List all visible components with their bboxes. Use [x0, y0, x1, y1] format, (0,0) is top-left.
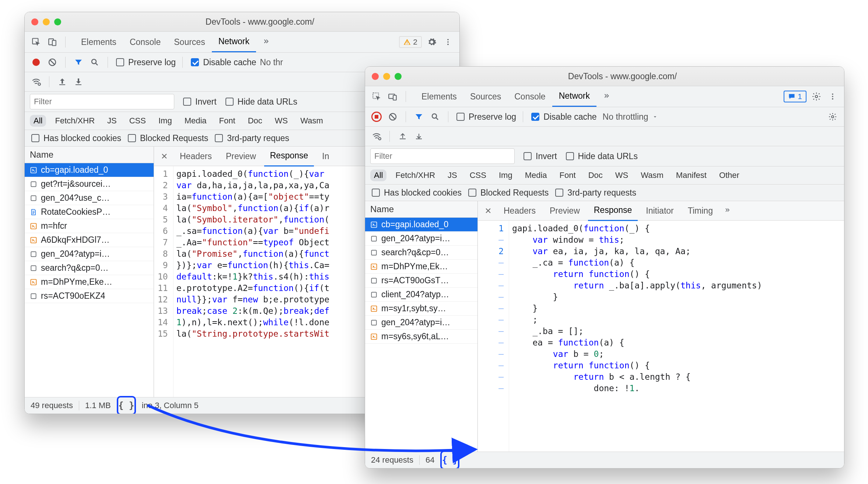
type-filter[interactable]: Manifest: [672, 169, 710, 181]
request-row[interactable]: search?q&cp=0…: [25, 261, 154, 275]
blocked-requests-checkbox[interactable]: Blocked Requests: [467, 187, 549, 198]
type-filter[interactable]: Media: [521, 169, 551, 181]
request-row[interactable]: A6DkqFxHDGl7…: [25, 233, 154, 247]
preserve-log-checkbox[interactable]: Preserve log: [455, 112, 516, 122]
messages-badge[interactable]: 1: [784, 91, 806, 102]
tab-console[interactable]: Console: [123, 32, 167, 52]
minimize-window-button[interactable]: [43, 18, 50, 25]
gear-icon[interactable]: [826, 111, 839, 123]
pretty-print-button[interactable]: { }: [117, 396, 136, 414]
type-filter[interactable]: Doc: [244, 115, 266, 127]
chevron-down-icon[interactable]: [652, 114, 658, 120]
tab-elements[interactable]: Elements: [415, 86, 463, 107]
disable-cache-checkbox[interactable]: Disable cache: [189, 57, 256, 67]
type-filter[interactable]: JS: [104, 115, 120, 127]
record-button[interactable]: [30, 56, 42, 69]
type-filter[interactable]: CSS: [126, 115, 150, 127]
request-row[interactable]: m=hfcr: [25, 219, 154, 233]
tab-elements[interactable]: Elements: [74, 32, 123, 52]
gear-icon[interactable]: [426, 36, 438, 48]
invert-checkbox[interactable]: Invert: [522, 151, 557, 161]
close-window-button[interactable]: [372, 73, 379, 80]
tab-network[interactable]: Network: [212, 32, 256, 52]
request-row[interactable]: client_204?atyp…: [365, 288, 477, 302]
detail-tab-response[interactable]: Response: [588, 201, 638, 221]
filter-icon[interactable]: [72, 56, 85, 69]
request-row[interactable]: m=sy6s,sy6t,aL…: [365, 330, 477, 344]
zoom-window-button[interactable]: [395, 73, 402, 80]
chevron-right-icon[interactable]: [260, 36, 272, 48]
type-filter[interactable]: Other: [715, 169, 743, 181]
close-window-button[interactable]: [31, 18, 38, 25]
tab-network[interactable]: Network: [552, 86, 596, 107]
chevron-right-icon[interactable]: [600, 90, 613, 103]
request-row[interactable]: rs=ACT90oEKZ4: [25, 289, 154, 303]
gear-icon[interactable]: [810, 90, 823, 103]
detail-tab-more[interactable]: In: [316, 147, 335, 166]
type-filter[interactable]: Wasm: [297, 115, 327, 127]
type-filter[interactable]: CSS: [466, 169, 490, 181]
download-icon[interactable]: [413, 130, 425, 143]
filter-icon[interactable]: [413, 111, 425, 123]
type-filter[interactable]: Wasm: [637, 169, 667, 181]
request-row[interactable]: cb=gapi.loaded_0: [365, 218, 477, 232]
third-party-checkbox[interactable]: 3rd-party reques: [213, 133, 289, 143]
hide-data-urls-checkbox[interactable]: Hide data URLs: [224, 97, 297, 107]
request-row[interactable]: cb=gapi.loaded_0: [25, 163, 154, 177]
detail-tab-headers[interactable]: Headers: [174, 147, 218, 166]
inspect-icon[interactable]: [370, 90, 383, 103]
inspect-icon[interactable]: [30, 36, 42, 48]
kebab-menu-icon[interactable]: [826, 90, 839, 103]
network-conditions-icon[interactable]: [30, 76, 42, 88]
type-filter[interactable]: Fetch/XHR: [51, 115, 98, 127]
blocked-requests-checkbox[interactable]: Blocked Requests: [126, 133, 208, 143]
invert-checkbox[interactable]: Invert: [182, 97, 217, 107]
chevron-right-icon[interactable]: [721, 204, 734, 217]
network-conditions-icon[interactable]: [370, 130, 383, 143]
name-column-header[interactable]: Name: [25, 147, 154, 163]
name-column-header[interactable]: Name: [365, 201, 477, 218]
clear-button[interactable]: [386, 111, 399, 123]
record-button[interactable]: [370, 111, 383, 123]
device-toggle-icon[interactable]: [46, 36, 59, 48]
request-row[interactable]: m=DhPYme,Eke…: [25, 275, 154, 289]
detail-tab-preview[interactable]: Preview: [544, 201, 586, 220]
pretty-print-button[interactable]: { }: [440, 450, 459, 469]
detail-tab-response[interactable]: Response: [264, 147, 314, 166]
close-icon[interactable]: [483, 206, 493, 216]
warnings-badge[interactable]: 2: [399, 36, 422, 48]
device-toggle-icon[interactable]: [386, 90, 399, 103]
filter-input[interactable]: [370, 148, 515, 164]
search-icon[interactable]: [429, 111, 441, 123]
type-filter[interactable]: JS: [444, 169, 461, 181]
request-row[interactable]: search?q&cp=0…: [365, 246, 477, 260]
request-row[interactable]: gen_204?atyp=i…: [365, 316, 477, 330]
type-filter[interactable]: Font: [216, 115, 239, 127]
request-row[interactable]: gen_204?atyp=i…: [25, 247, 154, 261]
type-filter[interactable]: Fetch/XHR: [392, 169, 439, 181]
type-filter[interactable]: Img: [495, 169, 516, 181]
zoom-window-button[interactable]: [54, 18, 61, 25]
request-row[interactable]: m=DhPYme,Ek…: [365, 260, 477, 274]
tab-sources[interactable]: Sources: [463, 86, 508, 107]
detail-tab-preview[interactable]: Preview: [220, 147, 262, 166]
minimize-window-button[interactable]: [383, 73, 390, 80]
kebab-menu-icon[interactable]: [442, 36, 454, 48]
preserve-log-checkbox[interactable]: Preserve log: [115, 57, 176, 67]
upload-icon[interactable]: [56, 76, 69, 88]
detail-tab-initiator[interactable]: Initiator: [640, 201, 679, 220]
hide-data-urls-checkbox[interactable]: Hide data URLs: [564, 151, 638, 161]
blocked-cookies-checkbox[interactable]: Has blocked cookies: [30, 133, 121, 143]
download-icon[interactable]: [72, 76, 85, 88]
close-icon[interactable]: [159, 151, 169, 161]
request-row[interactable]: get?rt=j&sourcei…: [25, 177, 154, 191]
type-filter-all[interactable]: All: [30, 115, 46, 127]
type-filter[interactable]: Media: [181, 115, 210, 127]
type-filter[interactable]: Doc: [585, 169, 606, 181]
type-filter[interactable]: All: [370, 169, 386, 181]
request-row[interactable]: gen_204?use_c…: [25, 191, 154, 205]
type-filter[interactable]: WS: [612, 169, 632, 181]
detail-tab-timing[interactable]: Timing: [682, 201, 719, 220]
request-row[interactable]: m=sy1r,sybt,sy…: [365, 302, 477, 316]
type-filter[interactable]: WS: [271, 115, 291, 127]
